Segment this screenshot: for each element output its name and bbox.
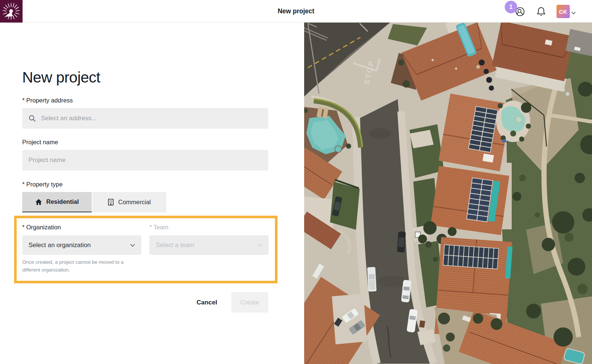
main-content: New project * Property address Select an… <box>0 23 592 364</box>
team-select-disabled[interactable]: Select a team <box>149 235 269 255</box>
team-label: * Team <box>149 224 269 231</box>
search-icon <box>28 115 36 122</box>
house-icon <box>35 199 42 205</box>
form-actions: Cancel Create <box>22 292 268 313</box>
chevron-down-icon <box>130 243 135 247</box>
organization-placeholder: Select an organization <box>28 242 91 249</box>
organization-label: * Organization <box>22 224 141 231</box>
commercial-label: Commercial <box>118 199 151 206</box>
user-avatar[interactable]: CK <box>556 5 570 18</box>
property-type-toggle: Residential Commercial <box>22 192 304 212</box>
notification-count-badge: 1 <box>505 1 517 13</box>
solar-array <box>443 245 499 269</box>
aerial-photo-illustration: STOP <box>304 23 592 364</box>
property-type-label: * Property type <box>22 181 304 188</box>
team-placeholder: Select a team <box>156 242 194 249</box>
aerial-photo: STOP <box>304 23 592 364</box>
project-name-label: Project name <box>22 139 304 146</box>
residential-label: Residential <box>46 198 79 205</box>
residential-tab[interactable]: Residential <box>22 192 92 212</box>
bell-icon <box>536 6 546 17</box>
create-button-disabled[interactable]: Create <box>231 292 268 313</box>
chevron-down-icon <box>257 243 263 247</box>
organization-select[interactable]: Select an organization <box>22 235 141 255</box>
notifications-button[interactable] <box>536 6 546 18</box>
form-title: New project <box>22 69 304 86</box>
chevron-down-icon <box>571 11 576 15</box>
property-address-input[interactable]: Select an address... <box>22 108 268 129</box>
building-icon <box>108 199 114 206</box>
top-bar: New project 1 CK <box>0 0 592 23</box>
project-name-input[interactable]: Project name <box>22 150 268 171</box>
project-name-placeholder: Project name <box>28 156 65 164</box>
commercial-tab[interactable]: Commercial <box>92 192 166 212</box>
page-header-title: New project <box>0 0 592 22</box>
organization-helper-text: Once created, a project cannot be moved … <box>22 259 141 274</box>
new-project-form: New project * Property address Select an… <box>0 23 304 364</box>
cancel-button[interactable]: Cancel <box>196 299 217 306</box>
account-menu-chevron[interactable] <box>571 10 576 16</box>
property-address-placeholder: Select an address... <box>41 115 97 122</box>
organization-highlight-box: * Organization Select an organization On… <box>14 216 278 283</box>
property-address-label: * Property address <box>22 97 304 104</box>
